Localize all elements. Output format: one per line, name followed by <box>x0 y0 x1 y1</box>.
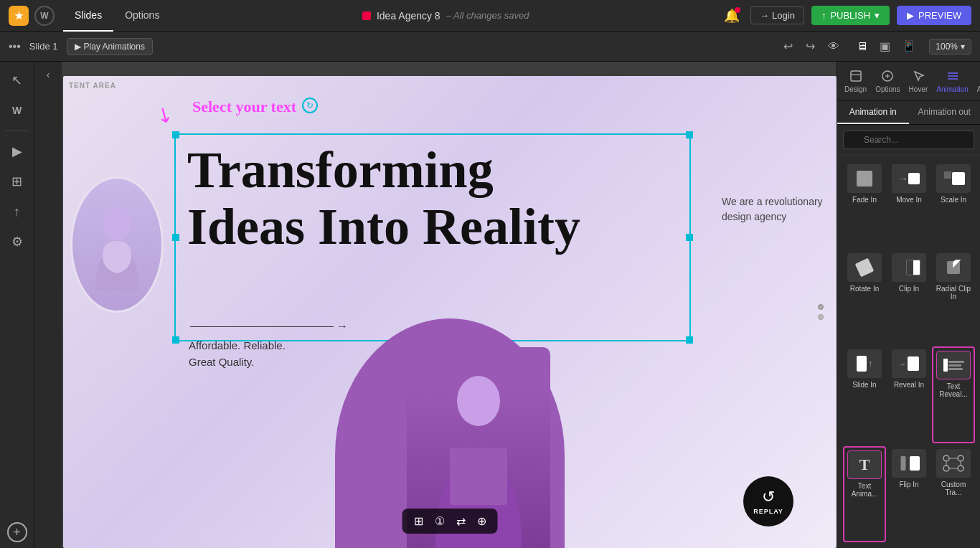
reveal-in-label: Reveal In <box>894 381 924 389</box>
wordpress-tool-icon[interactable]: W <box>4 98 30 123</box>
undo-button[interactable]: ↩ <box>779 37 797 56</box>
redo-button[interactable]: ↪ <box>801 37 819 56</box>
slide-content: ↙ Select your text ↻ <box>63 76 837 548</box>
slide-in-thumb: ↑ <box>847 349 882 378</box>
scale-in-thumb <box>936 164 971 193</box>
secondary-toolbar: ••• Slide 1 ▶ Play Animations ↩ ↪ 👁 🖥 ▣ … <box>0 32 980 62</box>
save-status: – All changes saved <box>446 10 529 21</box>
resize-handle-tl[interactable] <box>172 131 179 138</box>
animation-clip-in[interactable]: Clip In <box>889 250 929 344</box>
slide-strip-arrow[interactable]: ‹ <box>47 69 50 80</box>
svg-rect-2 <box>450 448 507 505</box>
svg-point-13 <box>958 455 963 461</box>
svg-point-12 <box>943 455 949 461</box>
svg-rect-3 <box>851 71 861 81</box>
radial-clip-in-thumb <box>936 253 971 282</box>
animation-text-reveal[interactable]: Text Reveal... <box>932 346 975 443</box>
replay-label: REPLAY <box>753 508 783 515</box>
add-element-button[interactable]: + <box>7 522 27 542</box>
desktop-view-button[interactable]: 🖥 <box>852 37 872 56</box>
more-options-button[interactable]: ••• <box>9 40 21 53</box>
app-logo[interactable]: ★ <box>9 6 29 26</box>
layers-tool-icon[interactable]: ⊞ <box>4 169 30 194</box>
tab-slides[interactable]: Slides <box>63 0 113 32</box>
title-text: Transforming Ideas Into Reality <box>176 135 689 263</box>
animation-scale-in[interactable]: Scale In <box>932 161 975 247</box>
search-input[interactable] <box>843 131 974 149</box>
nav-center: Idea Agency 8 – All changes saved <box>176 10 715 22</box>
search-wrapper: 🔍 <box>843 131 974 149</box>
animation-rotate-in[interactable]: Rotate In <box>843 250 886 344</box>
preview-mode-button[interactable]: 👁 <box>824 37 844 56</box>
crop-icon[interactable]: ⊕ <box>474 513 489 529</box>
play-animations-button[interactable]: ▶ Play Animations <box>67 38 153 55</box>
resize-handle-mr[interactable] <box>686 234 693 241</box>
svg-point-1 <box>457 376 500 426</box>
radial-clip-in-label: Radial Clip In <box>935 285 972 301</box>
custom-transform-label: Custom Tra... <box>935 481 972 496</box>
title-textbox[interactable]: Transforming Ideas Into Reality → <box>174 133 691 341</box>
svg-point-14 <box>943 466 949 471</box>
fade-in-thumb <box>847 164 882 193</box>
right-panel: Design Options Hover Animation Action An… <box>837 62 980 548</box>
main-layout: ↖ W ▶ ⊞ ↑ ⚙ + ‹ TENT AREA ↙ Select yo <box>0 62 980 548</box>
slide-label: Slide 1 <box>29 41 58 52</box>
animation-slide-in[interactable]: ↑ Slide In <box>843 346 886 443</box>
bottom-element-toolbar: ⊞ ① ⇄ ⊕ <box>402 509 498 534</box>
animation-fade-in[interactable]: Fade In <box>843 161 886 247</box>
animation-flip-in[interactable]: Flip In <box>889 446 929 543</box>
animation-panel-icon[interactable]: Animation <box>932 66 972 96</box>
resize-handle-ml[interactable] <box>172 234 179 241</box>
replace-icon[interactable]: ⇄ <box>453 513 468 529</box>
action-panel-icon[interactable]: Action <box>973 66 980 96</box>
number-icon[interactable]: ① <box>432 513 448 529</box>
scale-in-label: Scale In <box>941 196 966 204</box>
hover-panel-icon[interactable]: Hover <box>905 66 933 96</box>
undo-redo-group: ↩ ↪ 👁 <box>779 37 844 56</box>
tablet-view-button[interactable]: ▣ <box>875 37 895 56</box>
zoom-control[interactable]: 100% ▾ <box>929 39 971 55</box>
login-button[interactable]: → Login <box>750 6 804 24</box>
woman-photo <box>70 176 164 313</box>
tab-options[interactable]: Options <box>113 0 171 32</box>
wordpress-icon[interactable]: W <box>34 6 55 26</box>
animation-custom-transform[interactable]: Custom Tra... <box>932 446 975 543</box>
nav-tabs: Slides Options <box>63 0 171 32</box>
animation-reveal-in[interactable]: → Reveal In <box>889 346 929 443</box>
publish-button[interactable]: ↑ PUBLISH ▾ <box>811 6 890 25</box>
mobile-view-button[interactable]: 📱 <box>897 37 920 56</box>
replay-button[interactable]: ↺ REPLAY <box>743 476 793 526</box>
notification-dot <box>735 7 740 13</box>
settings-tool-icon[interactable]: ⚙ <box>4 229 30 255</box>
slide-icon <box>362 11 371 20</box>
cursor-tool-icon[interactable]: ↖ <box>4 67 30 93</box>
text-reveal-label: Text Reveal... <box>936 382 971 398</box>
resize-handle-br[interactable] <box>686 336 693 344</box>
notifications-button[interactable]: 🔔 <box>720 4 743 27</box>
animation-radial-clip-in[interactable]: Radial Clip In <box>932 250 975 344</box>
tab-animation-out[interactable]: Animation out <box>909 101 981 124</box>
annotation-text: Select your text <box>192 98 296 115</box>
preview-icon: ▶ <box>907 10 914 21</box>
media-tool-icon[interactable]: ▶ <box>4 138 30 164</box>
options-panel-icon[interactable]: Options <box>871 66 904 96</box>
animation-move-in[interactable]: → Move In <box>889 161 929 247</box>
annotation-arrow-icon: ↙ <box>151 100 177 129</box>
slide-canvas[interactable]: TENT AREA ↙ Select your text ↻ <box>63 76 837 548</box>
sync-icon[interactable]: ↻ <box>302 98 318 113</box>
box-arrow: → <box>190 320 348 333</box>
fade-in-label: Fade In <box>852 196 877 204</box>
panel-top-icons: Design Options Hover Animation Action <box>837 62 980 101</box>
resize-handle-tr[interactable] <box>686 131 693 138</box>
design-panel-icon[interactable]: Design <box>840 66 871 96</box>
clip-in-thumb <box>892 253 926 282</box>
animation-text-animate[interactable]: T Text Anima... <box>843 446 886 543</box>
scroll-indicators <box>818 304 824 320</box>
grid-icon[interactable]: ⊞ <box>411 513 426 529</box>
upload-tool-icon[interactable]: ↑ <box>4 199 30 225</box>
resize-handle-bl[interactable] <box>172 336 179 344</box>
subtitle-text: Affordable. Reliable. Great Quality. <box>189 338 286 370</box>
text-animate-label: Text Anima... <box>847 482 882 498</box>
tab-animation-in[interactable]: Animation in <box>837 101 909 124</box>
preview-button[interactable]: ▶ PREVIEW <box>897 6 971 25</box>
